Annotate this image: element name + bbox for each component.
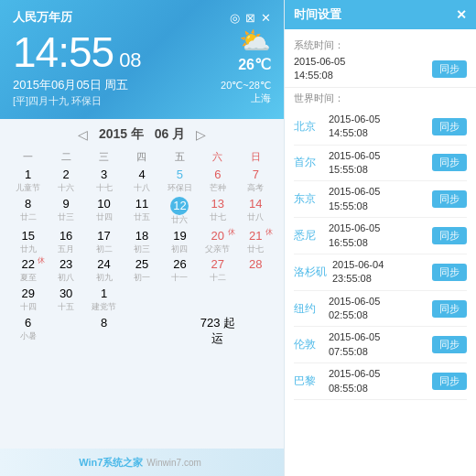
cal-cell[interactable]: 6小暑 (9, 314, 47, 349)
cal-cell[interactable]: 17初二 (85, 227, 123, 256)
cal-cell[interactable]: 27十二 (199, 255, 236, 285)
cal-row-4: 29十四30十五1建党节 (9, 285, 275, 314)
cal-cell[interactable] (237, 285, 275, 314)
city-time: 2015-06-0507:55:08 (323, 330, 432, 359)
city-sync-button[interactable]: 同步 (432, 336, 467, 353)
cal-cell[interactable]: 8廿二 (9, 195, 47, 227)
cal-cell[interactable]: 18初三 (123, 227, 160, 256)
cal-cell[interactable] (237, 314, 275, 349)
pin-icon[interactable]: ⊠ (245, 11, 255, 25)
day-lunar: 廿四 (85, 212, 123, 222)
cal-cell[interactable] (161, 314, 199, 349)
cal-cell[interactable]: 12廿六 (161, 195, 199, 227)
sys-sync-button[interactable]: 同步 (432, 60, 467, 78)
cal-cell[interactable]: 28 (237, 255, 275, 285)
city-time: 2015-06-0515:55:08 (323, 185, 432, 213)
cal-cell[interactable]: 14廿八 (237, 195, 275, 227)
cal-cell[interactable]: 4十八 (123, 166, 160, 195)
cal-cell[interactable]: 29十四 (9, 285, 47, 314)
time-main: 14:55 (13, 31, 114, 73)
day-lunar: 廿九 (9, 244, 47, 254)
cal-cell[interactable]: 25初一 (123, 255, 160, 285)
cal-cell[interactable]: 休21廿七 (237, 227, 275, 256)
cal-cell[interactable]: 26十一 (161, 255, 199, 285)
cal-cell[interactable]: 休22夏至 (9, 255, 47, 285)
day-number: 28 (237, 257, 275, 273)
sys-time-section: 系统时间： 2015-06-05 14:55:08 同步 (285, 35, 476, 88)
time-seconds: 08 (119, 49, 141, 72)
date-left: 2015年06月05日 周五 [平]四月十九 环保日 (13, 77, 128, 108)
cal-cell[interactable]: 13廿七 (199, 195, 236, 227)
day-lunar: 初八 (47, 273, 84, 283)
weather-temp: 26℃ (238, 56, 271, 73)
cal-row-2: 15廿九16五月17初二18初三19初四休20父亲节休21廿七 (9, 227, 275, 256)
day-lunar: 父亲节 (199, 244, 236, 254)
cal-cell[interactable]: 24初九 (85, 255, 123, 285)
city-item: 纽约2015-06-0502:55:08同步 (294, 291, 467, 328)
city-sync-button[interactable]: 同步 (432, 118, 467, 135)
cal-cell[interactable] (47, 314, 84, 349)
cal-cell[interactable] (123, 285, 160, 314)
day-lunar: 芒种 (199, 183, 236, 193)
cal-cell[interactable]: 7高考 (237, 166, 275, 195)
day-number: 16 (47, 229, 84, 244)
sys-time-value: 2015-06-05 14:55:08 (294, 55, 345, 83)
left-panel: 人民万年历 ◎ ⊠ ✕ 14:55 08 ⛅ 26℃ 2015年06月05日 周… (0, 0, 284, 476)
next-month-button[interactable]: ▷ (192, 127, 210, 142)
day-lunar: 廿六 (161, 215, 199, 225)
cal-cell[interactable]: 9廿三 (47, 195, 84, 227)
settings-close-button[interactable]: ✕ (456, 8, 467, 21)
city-sync-button[interactable]: 同步 (432, 264, 467, 281)
city-sync-button[interactable]: 同步 (432, 227, 467, 244)
weather-icon: ⛅ (238, 26, 271, 56)
cal-cell[interactable]: 2十六 (47, 166, 84, 195)
cal-cell[interactable]: 1儿童节 (9, 166, 47, 195)
cal-cell[interactable]: 8 (85, 314, 123, 349)
cal-cell[interactable]: 休20父亲节 (199, 227, 236, 256)
city-sync-button[interactable]: 同步 (432, 154, 467, 171)
day-lunar: 初九 (85, 273, 123, 283)
city-sync-button[interactable]: 同步 (432, 300, 467, 318)
app-title: 人民万年历 (13, 9, 72, 26)
day-number: 18 (123, 229, 160, 244)
day-number: 1 (9, 168, 47, 183)
city-sync-button[interactable]: 同步 (432, 190, 467, 208)
message-icon[interactable]: ◎ (230, 11, 240, 25)
day-number: 26 (161, 257, 199, 273)
day-number: 12 (170, 197, 189, 215)
city-time: 2015-06-0423:55:08 (327, 258, 432, 287)
cal-row-0: 1儿童节2十六3十七4十八5环保日6芒种7高考 (9, 166, 275, 195)
prev-month-button[interactable]: ◁ (74, 127, 92, 142)
cal-cell[interactable]: 11廿五 (123, 195, 160, 227)
cal-cell[interactable] (123, 314, 160, 349)
app-title-bar: 人民万年历 ◎ ⊠ ✕ (13, 9, 271, 26)
day-number: 10 (85, 197, 123, 212)
city-item: 首尔2015-06-0515:55:08同步 (294, 146, 467, 182)
cal-cell[interactable]: 1建党节 (85, 285, 123, 314)
cal-row-3: 休22夏至23初八24初九25初一26十一27十二28 (9, 255, 275, 285)
day-lunar: 廿八 (237, 212, 275, 222)
date-row: 2015年06月05日 周五 [平]四月十九 环保日 20℃~28℃ 上海 (13, 77, 271, 108)
city-sync-button[interactable]: 同步 (432, 373, 467, 390)
cal-cell[interactable]: 19初四 (161, 227, 199, 256)
cal-cell[interactable]: 23初八 (47, 255, 84, 285)
cal-cell[interactable]: 6芒种 (199, 166, 236, 195)
cal-cell[interactable] (199, 285, 236, 314)
weather-header: 人民万年历 ◎ ⊠ ✕ 14:55 08 ⛅ 26℃ 2015年06月05日 周… (0, 0, 284, 119)
cal-cell[interactable] (161, 285, 199, 314)
cal-cell[interactable]: 30十五 (47, 285, 84, 314)
day-number: 6 (199, 168, 236, 183)
cal-cell[interactable]: 723 起运 (199, 314, 236, 349)
cal-cell[interactable]: 15廿九 (9, 227, 47, 256)
close-icon[interactable]: ✕ (261, 11, 271, 25)
city-item: 洛杉矶2015-06-0423:55:08同步 (294, 254, 467, 291)
day-number: 8 (9, 197, 47, 212)
cal-cell[interactable]: 10廿四 (85, 195, 123, 227)
cal-cell[interactable]: 16五月 (47, 227, 84, 256)
day-lunar: 建党节 (85, 302, 123, 312)
cal-cell[interactable]: 5环保日 (161, 166, 199, 195)
city-item: 东京2015-06-0515:55:08同步 (294, 181, 467, 218)
cal-cell[interactable]: 3十七 (85, 166, 123, 195)
date-right: 20℃~28℃ 上海 (221, 80, 271, 105)
day-number: 25 (123, 257, 160, 273)
